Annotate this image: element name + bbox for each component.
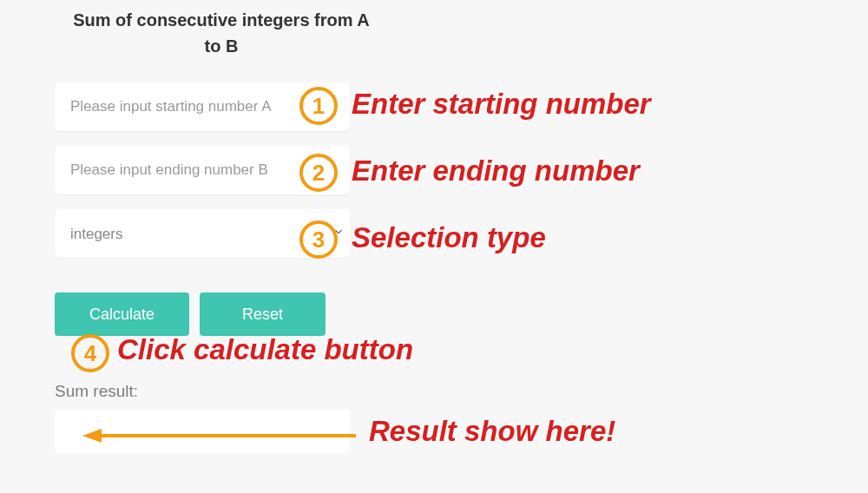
annotation-text-5: Result show here! (369, 415, 615, 448)
annotation-badge-4: 4 (71, 334, 109, 372)
annotation-text-2: Enter ending number (352, 154, 640, 187)
annotation-text-4: Click calculate button (117, 333, 413, 366)
annotation-text-1: Enter starting number (352, 88, 651, 121)
end-number-input[interactable] (70, 161, 334, 179)
start-number-input[interactable] (70, 98, 334, 115)
annotation-text-3: Selection type (352, 221, 546, 254)
calculate-button[interactable]: Calculate (55, 293, 189, 336)
svg-marker-1 (82, 429, 102, 443)
type-select[interactable]: integers (70, 226, 334, 242)
page-title: Sum of consecutive integers from A to B (65, 7, 378, 59)
annotation-badge-3: 3 (299, 220, 338, 259)
annotation-badge-2: 2 (299, 154, 338, 192)
arrow-left-icon (82, 427, 356, 444)
sum-result-label: Sum result: (55, 382, 138, 401)
annotation-badge-1: 1 (299, 87, 338, 125)
reset-button[interactable]: Reset (200, 293, 326, 336)
